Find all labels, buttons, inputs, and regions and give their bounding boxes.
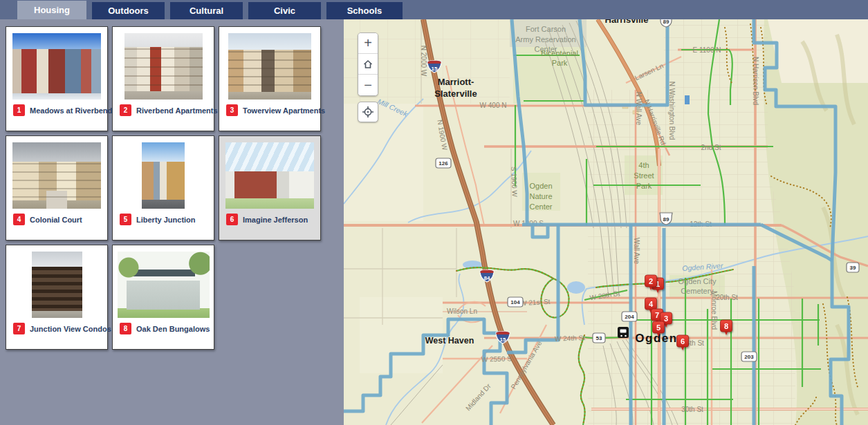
svg-text:89: 89	[663, 216, 670, 223]
listing-badge-3: 3	[226, 104, 238, 116]
listing-title-6: Imagine Jefferson	[243, 216, 308, 224]
listing-card-8[interactable]: 8Oak Den Bungalows	[112, 245, 214, 350]
svg-text:Park: Park	[636, 182, 652, 190]
svg-text:W 21st St: W 21st St	[520, 298, 551, 307]
svg-text:6: 6	[681, 337, 685, 346]
locate-icon	[362, 106, 374, 118]
svg-text:Nature: Nature	[529, 192, 552, 200]
svg-text:N Harrison Blvd: N Harrison Blvd	[752, 57, 759, 105]
svg-text:53: 53	[596, 335, 602, 341]
map-zoom-controls: + −	[358, 32, 378, 96]
listing-card-2[interactable]: 2Riverbend Apartments	[112, 26, 214, 131]
shield-sr39: 39	[847, 263, 859, 272]
listing-badge-6: 6	[226, 214, 238, 225]
zoom-in-button[interactable]: +	[358, 33, 378, 54]
svg-text:8: 8	[724, 322, 728, 330]
zoom-out-button[interactable]: −	[358, 75, 378, 95]
tab-housing[interactable]: Housing	[17, 1, 86, 19]
svg-text:Bicentenial: Bicentenial	[541, 49, 578, 57]
listing-card-3[interactable]: 3Towerview Apartments	[219, 26, 321, 131]
svg-text:5: 5	[656, 323, 661, 332]
svg-text:West Haven: West Haven	[425, 336, 474, 346]
svg-text:2nd St: 2nd St	[701, 144, 721, 151]
svg-text:39: 39	[850, 265, 856, 271]
listing-card-5[interactable]: 5Liberty Junction	[112, 135, 214, 240]
svg-text:N Wall Ave: N Wall Ave	[635, 92, 643, 126]
listing-title-5: Liberty Junction	[136, 216, 196, 224]
listing-photo-2	[124, 33, 203, 100]
svg-text:Cemetery: Cemetery	[681, 287, 714, 295]
listing-photo-7	[32, 252, 82, 318]
svg-text:4th: 4th	[638, 161, 649, 169]
listing-photo-3	[228, 33, 311, 100]
svg-text:Harrisville: Harrisville	[605, 19, 649, 25]
listing-title-7: Junction View Condos	[30, 325, 111, 333]
svg-text:Wilson Ln: Wilson Ln	[447, 308, 477, 315]
map-canvas[interactable]: W 1200 S 12th St	[344, 19, 868, 425]
svg-text:126: 126	[438, 160, 448, 167]
svg-text:Fort Carson: Fort Carson	[526, 25, 566, 33]
listing-title-4: Colonial Court	[30, 216, 82, 224]
svg-text:Ogden: Ogden	[635, 332, 677, 345]
svg-text:Ogden City: Ogden City	[678, 277, 717, 285]
listing-badge-1: 1	[13, 104, 25, 116]
home-icon	[362, 59, 373, 70]
svg-text:15: 15	[432, 66, 438, 72]
svg-text:2: 2	[649, 277, 653, 285]
map-terrain	[344, 19, 868, 425]
bus-station-icon[interactable]	[618, 327, 629, 338]
svg-text:Army Reservation: Army Reservation	[515, 35, 575, 44]
shield-sr126: 126	[436, 158, 451, 168]
listing-badge-4: 4	[13, 214, 25, 225]
listing-card-4[interactable]: 4Colonial Court	[6, 135, 108, 240]
tab-bar: Housing Outdoors Cultural Civic Schools	[0, 0, 868, 19]
svg-text:E 1100 N: E 1100 N	[693, 46, 721, 54]
svg-text:Marriott-: Marriott-	[438, 77, 474, 87]
listing-badge-7: 7	[13, 323, 25, 334]
listing-title-3: Towerview Apartments	[243, 106, 325, 115]
listings-panel: 1Meadows at Riverbend 2Riverbend Apartme…	[0, 19, 344, 425]
listing-photo-8	[118, 252, 210, 318]
tab-cultural[interactable]: Cultural	[170, 2, 243, 19]
shield-sr204: 204	[622, 312, 637, 321]
listing-card-1[interactable]: 1Meadows at Riverbend	[6, 26, 108, 131]
shield-sr53: 53	[593, 333, 605, 343]
listing-card-6[interactable]: 6Imagine Jefferson	[219, 135, 321, 240]
tab-schools[interactable]: Schools	[326, 2, 403, 19]
svg-text:3: 3	[664, 314, 668, 323]
svg-text:20th St: 20th St	[716, 294, 738, 301]
svg-text:W 24th St: W 24th St	[555, 334, 585, 343]
svg-text:104: 104	[510, 299, 520, 305]
svg-text:203: 203	[744, 354, 754, 360]
svg-text:204: 204	[625, 314, 634, 320]
listing-photo-4	[12, 142, 101, 209]
svg-text:Monroe Blvd: Monroe Blvd	[710, 291, 718, 330]
svg-text:Wall Ave: Wall Ave	[633, 238, 640, 265]
svg-text:7: 7	[655, 311, 659, 319]
svg-text:W 400 N: W 400 N	[480, 102, 507, 109]
shield-sr203: 203	[741, 352, 757, 361]
svg-text:84: 84	[484, 275, 490, 281]
svg-text:N 2000 W: N 2000 W	[420, 46, 427, 77]
svg-text:30th St: 30th St	[681, 406, 703, 413]
listing-title-8: Oak Den Bungalows	[136, 325, 210, 333]
listing-photo-6	[225, 142, 314, 209]
listing-card-7[interactable]: 7Junction View Condos	[6, 245, 108, 350]
svg-text:4: 4	[649, 300, 654, 308]
locate-button[interactable]	[358, 102, 378, 122]
svg-text:S 1900 W: S 1900 W	[510, 167, 519, 198]
shield-sr104: 104	[508, 297, 523, 307]
listing-badge-5: 5	[120, 214, 131, 225]
home-button[interactable]	[358, 54, 378, 75]
svg-text:Center: Center	[529, 202, 552, 211]
svg-text:N Washington Blvd: N Washington Blvd	[668, 82, 676, 140]
tab-outdoors[interactable]: Outdoors	[92, 2, 165, 19]
svg-text:15: 15	[500, 337, 506, 343]
tab-civic[interactable]: Civic	[248, 2, 321, 19]
svg-text:89: 89	[663, 19, 670, 25]
svg-text:Street: Street	[634, 171, 654, 180]
listing-photo-5	[142, 142, 185, 209]
svg-text:Slaterville: Slaterville	[434, 88, 477, 99]
svg-text:Park: Park	[552, 59, 568, 67]
listing-badge-8: 8	[120, 323, 131, 334]
